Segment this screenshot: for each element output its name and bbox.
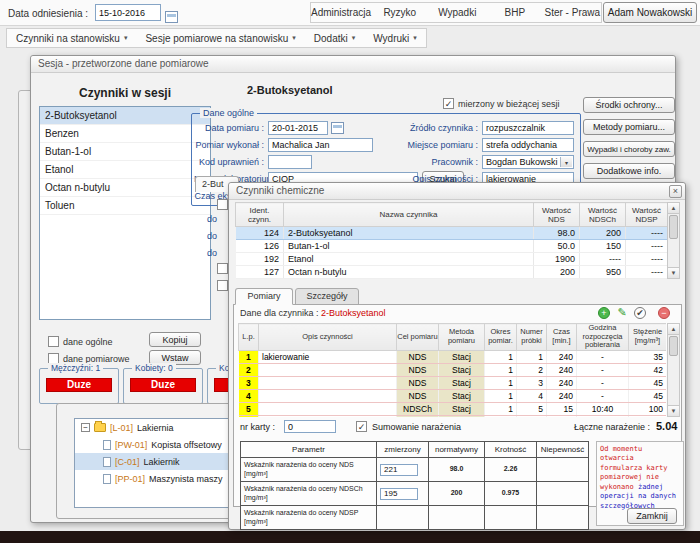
add-icon[interactable]: + xyxy=(598,307,610,319)
menu-item-ster-prawa[interactable]: Ster - Prawa xyxy=(544,3,602,22)
session-window-titlebar[interactable]: Sesja - przetworzone dane pomiarowe xyxy=(31,56,675,73)
tree-node-selected[interactable]: [C-01] Lakiernik xyxy=(75,453,251,470)
cell-nds: 1900 xyxy=(534,253,580,266)
tree-node-name: Lakiernik xyxy=(144,457,180,467)
dropdown-label: Czynniki na stanowisku xyxy=(16,33,120,44)
measured-ndsch-input[interactable] xyxy=(380,488,418,500)
scroll-up-icon[interactable]: ▲ xyxy=(668,203,679,214)
partial-checkbox[interactable] xyxy=(217,263,228,274)
menu-item-administracja[interactable]: Administracja xyxy=(311,3,371,22)
cell-cel: NDS xyxy=(397,363,439,376)
chem-row[interactable]: 192 Etanol 1900 ---- ---- xyxy=(236,253,668,266)
close-button[interactable]: Zamknij xyxy=(627,508,677,524)
param-header-row: Parametr zmierzony normatywny Krotność N… xyxy=(241,442,589,458)
worker-select[interactable]: Bogdan Bukowski▾ xyxy=(482,155,574,169)
scroll-thumb[interactable] xyxy=(669,215,678,239)
scroll-down-icon[interactable]: ▼ xyxy=(668,267,679,278)
sum-exposure-label: Sumowanie narażenia xyxy=(372,422,461,432)
chevron-down-icon: ▾ xyxy=(560,157,572,167)
confirm-icon[interactable]: ✔ xyxy=(634,307,646,319)
additional-info-button[interactable]: Dodatkowe info. xyxy=(583,163,675,179)
measure-row[interactable]: 5 NDSCh Stacj 1 5 15 10:40 100 xyxy=(239,402,667,415)
tab-pomiary[interactable]: Pomiary xyxy=(235,288,293,305)
measure-row[interactable]: 1 lakierowanie NDS Stacj 1 1 240 - 35 xyxy=(239,350,667,363)
copy-button[interactable]: Kopiuj xyxy=(149,332,201,347)
accidents-diseases-button[interactable]: Wypadki i choroby zaw. xyxy=(583,141,675,157)
factor-list-item[interactable]: Butan-1-ol xyxy=(40,143,210,161)
delete-icon[interactable]: − xyxy=(658,307,670,319)
dropdown-dodatki[interactable]: Dodatki▾ xyxy=(305,33,364,44)
general-data-checkbox[interactable] xyxy=(48,336,59,347)
cell-czas: 15 xyxy=(547,415,577,417)
factor-list-item[interactable]: Benzen xyxy=(40,125,210,143)
chem-row[interactable]: 127 Octan n-butylu 200 950 ---- xyxy=(236,266,668,279)
menu-item-bhp[interactable]: BHP xyxy=(486,3,544,22)
tab-szczegoly[interactable]: Szczegóły xyxy=(295,288,359,305)
protection-measures-button[interactable]: Środki ochrony... xyxy=(583,97,675,113)
dropdown-wydruki[interactable]: Wydruki▾ xyxy=(364,33,426,44)
men-duze-button[interactable]: Duze xyxy=(46,378,112,392)
calendar-icon[interactable] xyxy=(331,122,344,134)
permission-code-input[interactable] xyxy=(268,155,312,169)
collapse-icon[interactable]: − xyxy=(81,423,90,432)
col-nds: Wartość NDS xyxy=(534,203,580,227)
menu-item-wypadki[interactable]: Wypadki xyxy=(429,3,487,22)
scroll-down-icon[interactable]: ▼ xyxy=(668,405,679,416)
edit-icon[interactable]: ✎ xyxy=(616,307,628,319)
measured-in-session: ✓ mierzony w bieżącej sesji xyxy=(443,98,560,109)
men-group: Mężczyźni: 1 Duze xyxy=(39,368,119,404)
chem-scrollbar[interactable]: ▲ ▼ xyxy=(667,202,680,279)
chem-row[interactable]: 126 Butan-1-ol 50.0 150 ---- xyxy=(236,240,668,253)
factor-data-name: 2-Butoksyetanol xyxy=(321,308,386,318)
copy-general-option: dane ogólne xyxy=(48,336,113,347)
menu-item-ryzyko[interactable]: Ryzyko xyxy=(371,3,429,22)
cell-lp: 3 xyxy=(239,376,259,389)
partial-label: do xyxy=(207,231,217,241)
cell-multiplicity: 0.975 xyxy=(485,482,537,506)
measured-nds-input[interactable] xyxy=(380,464,418,476)
chevron-down-icon: ▾ xyxy=(413,34,417,42)
cell-stezenie: 100 xyxy=(629,402,667,415)
source-input[interactable] xyxy=(482,121,574,135)
factor-list-item[interactable]: Octan n-butylu xyxy=(40,179,210,197)
measure-place-input[interactable] xyxy=(482,138,574,152)
measure-date-input[interactable] xyxy=(268,121,328,135)
tree-node[interactable]: [PW-01] Kopista offsetowy xyxy=(75,436,251,453)
measure-scrollbar[interactable]: ▲ ▼ xyxy=(667,323,680,417)
calendar-icon[interactable] xyxy=(165,11,178,23)
cell-desc: lakierowanie xyxy=(259,350,397,363)
card-number-input[interactable] xyxy=(284,420,336,433)
tree-node-root[interactable]: − [L-01] Lakiernia xyxy=(75,419,251,436)
cell-godzina: - xyxy=(577,363,629,376)
dialog-titlebar[interactable]: Czynniki chemiczne xyxy=(229,183,685,200)
scroll-thumb[interactable] xyxy=(669,336,678,356)
scroll-up-icon[interactable]: ▲ xyxy=(668,324,679,335)
cell-stezenie: 45 xyxy=(629,376,667,389)
cell-name: Butan-1-ol xyxy=(284,240,534,253)
factor-list-item[interactable]: Etanol xyxy=(40,161,210,179)
factor-list-item[interactable]: Toluen xyxy=(40,197,210,215)
tree-node[interactable]: [PP-01] Maszynista maszy xyxy=(75,470,251,487)
col-cel: Cel pomiaru xyxy=(397,324,439,351)
chem-row-selected[interactable]: 124 2-Butoksyetanol 98.0 200 ---- xyxy=(236,227,668,240)
col-lp: L.p. xyxy=(239,324,259,351)
measurement-methods-button[interactable]: Metody pomiaru... xyxy=(583,119,675,135)
factor-list-item[interactable]: 2-Butoksyetanol xyxy=(40,107,210,125)
cell-uncertainty xyxy=(537,506,589,530)
measure-row[interactable]: 2 NDS Stacj 1 2 240 - 42 xyxy=(239,363,667,376)
partial-checkbox[interactable] xyxy=(217,280,228,291)
dropdown-sesje-pomiarowe[interactable]: Sesje pomiarowe na stanowisku▾ xyxy=(136,33,304,44)
measured-checkbox[interactable]: ✓ xyxy=(443,98,454,109)
partial-checkbox[interactable] xyxy=(217,199,228,210)
women-duze-button[interactable]: Duze xyxy=(130,378,196,392)
measured-by-input[interactable] xyxy=(268,138,373,152)
sum-exposure-checkbox[interactable]: ✓ xyxy=(356,421,367,432)
user-button[interactable]: Adam Nowakowski xyxy=(603,2,697,23)
dropdown-czynniki-na-stanowisku[interactable]: Czynniki na stanowisku▾ xyxy=(7,33,136,44)
measure-row-partial[interactable]: 6 NDSCh Stacj 1 6 15 15:40 xyxy=(239,415,667,417)
close-icon[interactable]: × xyxy=(669,185,682,198)
measure-row[interactable]: 3 NDS Stacj 1 3 240 - 45 xyxy=(239,376,667,389)
cell-cel: NDS xyxy=(397,350,439,363)
reference-date-input[interactable] xyxy=(95,4,161,21)
measure-row[interactable]: 4 NDS Stacj 1 4 240 - 45 xyxy=(239,389,667,402)
